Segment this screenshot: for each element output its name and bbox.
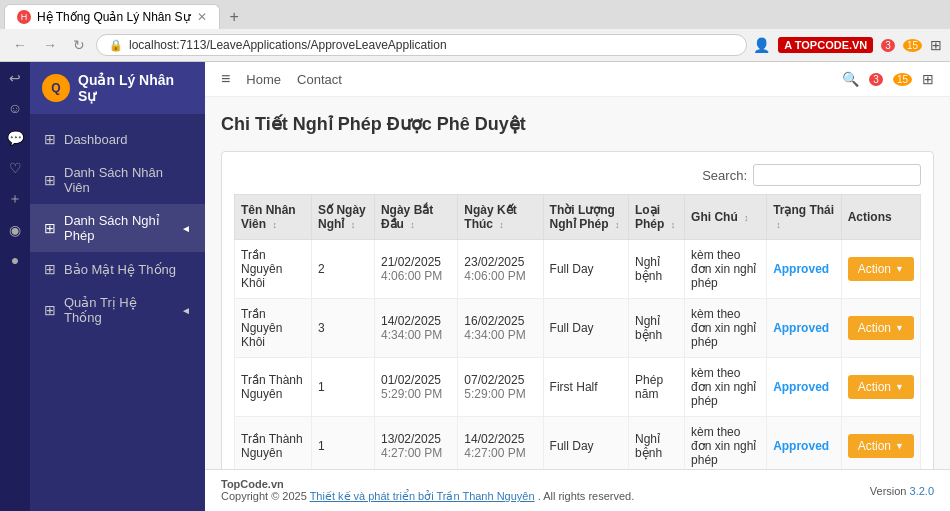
action-btn-1[interactable]: Action ▼ <box>848 316 914 340</box>
tab-close-btn[interactable]: ✕ <box>197 10 207 24</box>
sidebar-item-security[interactable]: ⊞ Bảo Mật Hệ Thống <box>30 252 205 286</box>
cell-duration: Full Day <box>543 299 628 358</box>
sort-duration[interactable]: ↕ <box>615 220 620 230</box>
cell-employee: Trần Thành Nguyên <box>235 417 312 470</box>
cell-end-date: 14/02/20254:27:00 PM <box>458 417 543 470</box>
nav-icons: 👤 A TOPCODE.VN 3 15 ⊞ <box>753 37 942 53</box>
back-btn[interactable]: ← <box>8 35 32 55</box>
cell-note: kèm theo đơn xin nghỉ phép <box>685 358 767 417</box>
table-header-row: Tên Nhân Viên ↕ Số Ngày Nghỉ ↕ Ngày Bắt … <box>235 195 921 240</box>
table-body: Trần Nguyên Khôi 2 21/02/20254:06:00 PM … <box>235 240 921 470</box>
account-icon[interactable]: 👤 <box>753 37 770 53</box>
table-row: Trần Nguyên Khôi 3 14/02/20254:34:00 PM … <box>235 299 921 358</box>
table-container: Search: Tên Nhân Viên ↕ Số Ngày Nghỉ <box>221 151 934 469</box>
cell-type: Nghỉ bệnh <box>629 299 685 358</box>
footer-link[interactable]: Thiết kế và phát triển bởi Trần Thanh Ng… <box>310 490 535 502</box>
cell-status: Approved <box>767 299 842 358</box>
status-badge: Approved <box>773 262 829 276</box>
footer-version-label: Version <box>870 485 910 497</box>
sort-note[interactable]: ↕ <box>744 213 749 223</box>
side-back-icon[interactable]: ↩ <box>9 70 21 86</box>
cell-duration: Full Day <box>543 417 628 470</box>
side-plus-icon[interactable]: ＋ <box>8 190 22 208</box>
col-header-days: Số Ngày Nghỉ ↕ <box>312 195 375 240</box>
top-nav: ≡ Home Contact 🔍 3 15 ⊞ <box>205 62 950 97</box>
grid-icon[interactable]: ⊞ <box>930 37 942 53</box>
sidebar-item-leave-list[interactable]: ⊞ Danh Sách Nghỉ Phép ◄ <box>30 204 205 252</box>
sidebar-label-dashboard: Dashboard <box>64 132 128 147</box>
cell-actions[interactable]: Action ▼ <box>841 358 920 417</box>
cell-actions[interactable]: Action ▼ <box>841 417 920 470</box>
action-btn-0[interactable]: Action ▼ <box>848 257 914 281</box>
side-circle-icon[interactable]: ◉ <box>9 222 21 238</box>
table-search-bar: Search: <box>234 164 921 186</box>
lock-icon: 🔒 <box>109 39 123 52</box>
new-tab-btn[interactable]: + <box>224 6 245 28</box>
sidebar-label-leave: Danh Sách Nghỉ Phép <box>64 213 173 243</box>
logo-icon: Q <box>42 74 70 102</box>
sort-days[interactable]: ↕ <box>351 220 356 230</box>
sidebar-label-admin: Quản Trị Hệ Thống <box>64 295 173 325</box>
footer-rights: . All rights reserved. <box>538 490 635 502</box>
cell-employee: Trần Nguyên Khôi <box>235 299 312 358</box>
nav-bar: ← → ↻ 🔒 localhost:7113/LeaveApplications… <box>0 29 950 61</box>
nav-link-home[interactable]: Home <box>246 72 281 87</box>
status-badge: Approved <box>773 439 829 453</box>
sidebar-label-security: Bảo Mật Hệ Thống <box>64 262 176 277</box>
grid-nav-icon[interactable]: ⊞ <box>922 71 934 87</box>
table-row: Trần Thành Nguyên 1 01/02/20255:29:00 PM… <box>235 358 921 417</box>
dropdown-arrow-icon: ▼ <box>895 382 904 392</box>
cell-days: 1 <box>312 417 375 470</box>
dropdown-arrow-icon: ▼ <box>895 323 904 333</box>
search-icon[interactable]: 🔍 <box>842 71 859 87</box>
sidebar-item-dashboard[interactable]: ⊞ Dashboard <box>30 122 205 156</box>
sort-start[interactable]: ↕ <box>410 220 415 230</box>
forward-btn[interactable]: → <box>38 35 62 55</box>
action-btn-label: Action <box>858 439 891 453</box>
cell-actions[interactable]: Action ▼ <box>841 299 920 358</box>
sidebar-menu: ⊞ Dashboard ⊞ Danh Sách Nhân Viên ⊞ Danh… <box>30 114 205 511</box>
col-header-note: Ghi Chú ↕ <box>685 195 767 240</box>
sort-type[interactable]: ↕ <box>671 220 676 230</box>
action-btn-2[interactable]: Action ▼ <box>848 375 914 399</box>
action-btn-3[interactable]: Action ▼ <box>848 434 914 458</box>
side-dot-icon[interactable]: ● <box>11 252 19 268</box>
sidebar: Q Quản Lý Nhân Sự ⊞ Dashboard ⊞ Danh Sác… <box>30 62 205 511</box>
sidebar-item-admin[interactable]: ⊞ Quản Trị Hệ Thống ◄ <box>30 286 205 334</box>
status-badge: Approved <box>773 380 829 394</box>
notif-badge-orange: 15 <box>903 39 922 52</box>
tab-label: Hệ Thống Quản Lý Nhân Sự <box>37 10 191 24</box>
app-footer: TopCode.vn Copyright © 2025 Thiết kế và … <box>205 469 950 511</box>
logo-text: Quản Lý Nhân Sự <box>78 72 193 104</box>
footer-copyright: Copyright © 2025 <box>221 490 310 502</box>
active-tab[interactable]: H Hệ Thống Quản Lý Nhân Sự ✕ <box>4 4 220 29</box>
sort-status[interactable]: ↕ <box>776 220 781 230</box>
cell-end-date: 16/02/20254:34:00 PM <box>458 299 543 358</box>
search-input[interactable] <box>753 164 921 186</box>
tab-bar: H Hệ Thống Quản Lý Nhân Sự ✕ + <box>0 0 950 29</box>
cell-actions[interactable]: Action ▼ <box>841 240 920 299</box>
side-heart-icon[interactable]: ♡ <box>9 160 22 176</box>
sort-end[interactable]: ↕ <box>499 220 504 230</box>
dashboard-icon: ⊞ <box>44 131 56 147</box>
action-btn-label: Action <box>858 321 891 335</box>
hamburger-icon[interactable]: ≡ <box>221 70 230 88</box>
footer-right: Version 3.2.0 <box>870 485 934 497</box>
side-user-icon[interactable]: ☺ <box>8 100 22 116</box>
address-bar[interactable]: 🔒 localhost:7113/LeaveApplications/Appro… <box>96 34 747 56</box>
cell-status: Approved <box>767 417 842 470</box>
sidebar-item-employee-list[interactable]: ⊞ Danh Sách Nhân Viên <box>30 156 205 204</box>
employee-icon: ⊞ <box>44 172 56 188</box>
admin-arrow-icon: ◄ <box>181 305 191 316</box>
action-btn-label: Action <box>858 380 891 394</box>
nav-link-contact[interactable]: Contact <box>297 72 342 87</box>
content-area: ≡ Home Contact 🔍 3 15 ⊞ Chi Tiết Nghỉ Ph… <box>205 62 950 511</box>
sort-employee[interactable]: ↕ <box>272 220 277 230</box>
cell-duration: First Half <box>543 358 628 417</box>
table-row: Trần Thành Nguyên 1 13/02/20254:27:00 PM… <box>235 417 921 470</box>
cell-status: Approved <box>767 358 842 417</box>
refresh-btn[interactable]: ↻ <box>68 35 90 55</box>
cell-end-date: 07/02/20255:29:00 PM <box>458 358 543 417</box>
sidebar-label-employees: Danh Sách Nhân Viên <box>64 165 191 195</box>
side-chat-icon[interactable]: 💬 <box>7 130 24 146</box>
